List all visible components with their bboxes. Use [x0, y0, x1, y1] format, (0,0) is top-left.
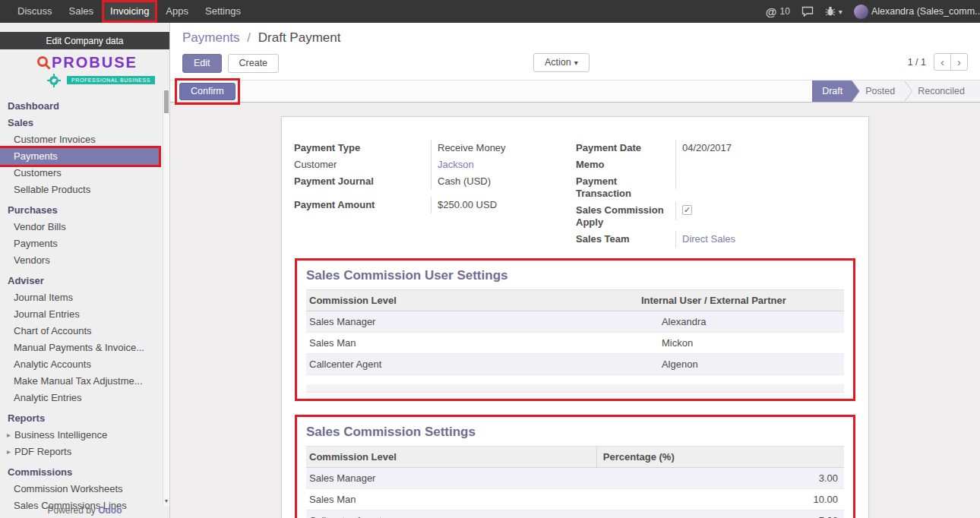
- cell-percentage: 3.00: [596, 468, 844, 489]
- sidebar-item-analytic-accounts[interactable]: Analytic Accounts: [0, 356, 159, 373]
- sidebar-item-dashboard[interactable]: Dashboard: [0, 98, 159, 115]
- user-name: Alexandra (Sales_comm..: [871, 6, 980, 17]
- odoo-link[interactable]: Odoo: [98, 505, 122, 516]
- scroll-down-icon[interactable]: ▼: [163, 497, 169, 506]
- logo-title: PROBUSE: [52, 54, 138, 71]
- pager-value: 1 / 1: [908, 57, 926, 68]
- sidebar-item-commission-worksheets[interactable]: Commission Worksheets: [0, 481, 159, 497]
- sidebar-item-vendor-bills[interactable]: Vendor Bills: [0, 219, 159, 235]
- sidebar-item-customer-invoices[interactable]: Customer Invoices: [0, 131, 159, 148]
- customer-link[interactable]: Jackson: [438, 159, 474, 170]
- status-step-reconciled[interactable]: Reconciled: [904, 81, 980, 102]
- table-row[interactable]: Sales Manager Alexandra: [306, 311, 844, 333]
- column-header-commission-level[interactable]: Commission Level: [306, 447, 596, 468]
- table-row[interactable]: Callcenter Agent 7.00: [306, 510, 844, 518]
- logo-subtitle: PROFESSIONAL BUSINESS: [67, 76, 155, 84]
- field-value-memo: [675, 156, 856, 172]
- edit-button[interactable]: Edit: [182, 54, 222, 73]
- sidebar-item-purchases-payments[interactable]: Payments: [0, 235, 159, 252]
- cell-commission-level: Sales Manager: [306, 468, 596, 489]
- form-sheet: Payment Type Receive Money Customer Jack…: [281, 116, 869, 518]
- cell-user: Mickon: [640, 333, 844, 354]
- column-header-percentage[interactable]: Percentage (%): [596, 447, 844, 468]
- sidebar-item-sellable-products[interactable]: Sellable Products: [0, 182, 159, 198]
- cell-percentage: 7.00: [596, 510, 844, 518]
- caret-down-icon: ▾: [574, 58, 578, 67]
- sidebar-item-vendors[interactable]: Vendors: [0, 252, 159, 269]
- cell-user: Algenon: [640, 354, 844, 375]
- menu-discuss[interactable]: Discuss: [9, 0, 61, 23]
- table-row[interactable]: Sales Man 10.00: [306, 489, 844, 510]
- sidebar-item-pdf-reports[interactable]: ▸ PDF Reports: [0, 444, 159, 460]
- menu-invoicing[interactable]: Invoicing: [102, 0, 157, 23]
- sidebar-item-tax-adjustments[interactable]: Make Manual Tax Adjustme...: [0, 373, 159, 390]
- field-value-payment-transaction: [675, 173, 856, 189]
- sales-team-link[interactable]: Direct Sales: [682, 233, 735, 245]
- column-header-internal-user[interactable]: Internal User / External Partner: [640, 290, 844, 311]
- sidebar-item-business-intelligence[interactable]: ▸ Business Intelligence: [0, 427, 159, 444]
- magnifier-icon: [36, 55, 52, 71]
- topbar-systray: @ 10 ▾ Alexandra (Sales_comm..: [766, 0, 980, 23]
- table-row[interactable]: Callcenter Agent Algenon: [306, 354, 844, 375]
- field-value-payment-date: 04/20/2017: [675, 140, 856, 156]
- messages-button[interactable]: [801, 6, 814, 17]
- cell-commission-level: Callcenter Agent: [306, 354, 640, 375]
- table-row[interactable]: Sales Man Mickon: [306, 333, 844, 354]
- sidebar-header-sales[interactable]: Sales: [0, 115, 159, 131]
- table-header-row: Commission Level Percentage (%): [306, 447, 844, 468]
- field-label-payment-journal: Payment Journal: [294, 173, 431, 190]
- action-dropdown-button[interactable]: Action▾: [533, 53, 590, 72]
- sidebar-header-commissions[interactable]: Commissions: [0, 464, 159, 481]
- sidebar-header-purchases[interactable]: Purchases: [0, 202, 159, 219]
- control-panel: Payments / Draft Payment Edit Create Act…: [170, 23, 980, 80]
- column-header-commission-level[interactable]: Commission Level: [306, 290, 640, 311]
- menu-sales[interactable]: Sales: [61, 0, 103, 23]
- user-settings-title: Sales Commission User Settings: [306, 268, 844, 283]
- top-navbar: Discuss Sales Invoicing Apps Settings @ …: [0, 0, 980, 23]
- sales-commission-apply-checkbox[interactable]: ✓: [682, 205, 692, 215]
- sidebar-item-manual-payments[interactable]: Manual Payments & Invoice...: [0, 340, 159, 356]
- cell-commission-level: Callcenter Agent: [306, 510, 596, 518]
- confirm-button[interactable]: Confirm: [179, 83, 236, 100]
- sidebar-item-label: Business Intelligence: [14, 429, 107, 441]
- cell-user: Alexandra: [640, 311, 844, 333]
- field-label-customer: Customer: [294, 156, 431, 173]
- cell-percentage: 10.00: [596, 489, 844, 510]
- sidebar-scrollbar[interactable]: ▼: [163, 90, 169, 506]
- menu-settings[interactable]: Settings: [197, 0, 249, 23]
- sidebar-item-payments[interactable]: Payments: [0, 148, 159, 165]
- sidebar-item-customers[interactable]: Customers: [0, 165, 159, 182]
- sidebar-item-analytic-entries[interactable]: Analytic Entries: [0, 390, 159, 406]
- pager-next-button[interactable]: ›: [950, 53, 968, 71]
- sidebar-header-reports[interactable]: Reports: [0, 410, 159, 427]
- user-menu[interactable]: Alexandra (Sales_comm..: [854, 5, 980, 19]
- sidebar-item-journal-items[interactable]: Journal Items: [0, 289, 159, 306]
- company-logo[interactable]: PROBUSE PROFESSIONAL BUSINESS: [0, 52, 169, 92]
- main-content: Payments / Draft Payment Edit Create Act…: [170, 23, 980, 518]
- scrollbar-thumb[interactable]: [164, 90, 169, 113]
- field-label-payment-amount: Payment Amount: [294, 197, 431, 213]
- debug-menu-button[interactable]: ▾: [825, 6, 842, 17]
- field-value-payment-type: Receive Money: [431, 140, 564, 156]
- create-button[interactable]: Create: [228, 54, 280, 73]
- powered-by-text: Powered by: [47, 505, 95, 516]
- menu-apps[interactable]: Apps: [157, 0, 197, 23]
- commission-settings-title: Sales Commission Settings: [306, 425, 844, 440]
- pager-previous-button[interactable]: ‹: [934, 53, 951, 71]
- avatar: [854, 5, 868, 19]
- breadcrumb-payments[interactable]: Payments: [182, 30, 240, 45]
- status-step-draft[interactable]: Draft: [812, 81, 852, 102]
- edit-company-data-button[interactable]: Edit Company data: [0, 32, 169, 49]
- field-label-payment-date: Payment Date: [576, 140, 675, 156]
- sidebar-menu: Dashboard Sales Customer Invoices Paymen…: [0, 98, 169, 518]
- sidebar-item-journal-entries[interactable]: Journal Entries: [0, 306, 159, 323]
- field-label-payment-transaction: Payment Transaction: [576, 173, 675, 202]
- sidebar-item-chart-of-accounts[interactable]: Chart of Accounts: [0, 323, 159, 340]
- pager: 1 / 1 ‹ ›: [908, 53, 968, 71]
- sidebar-header-adviser[interactable]: Adviser: [0, 273, 159, 289]
- breadcrumb-current: Draft Payment: [258, 30, 341, 45]
- activities-button[interactable]: @ 10: [766, 5, 790, 18]
- cell-commission-level: Sales Manager: [306, 311, 640, 333]
- field-label-sales-team: Sales Team: [576, 231, 675, 248]
- table-row[interactable]: Sales Manager 3.00: [306, 468, 844, 489]
